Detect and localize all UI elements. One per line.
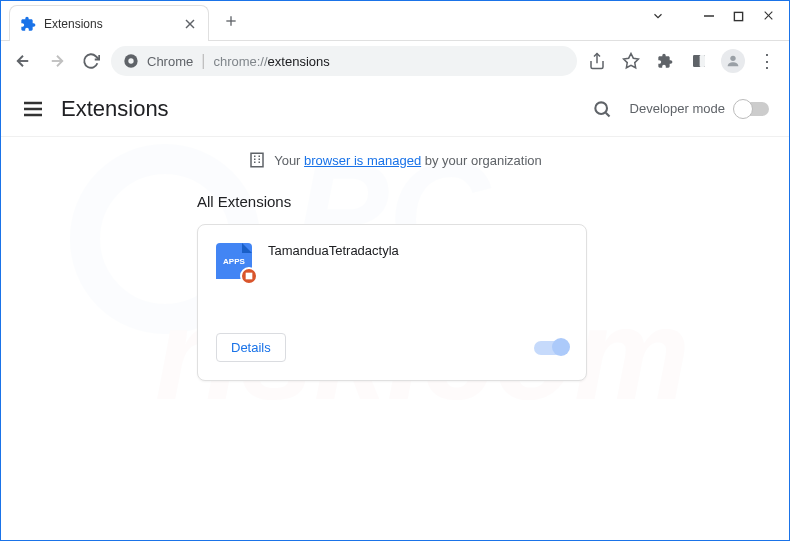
bookmark-icon[interactable] <box>617 47 645 75</box>
extensions-icon[interactable] <box>651 47 679 75</box>
developer-mode-label: Developer mode <box>630 101 725 116</box>
svg-rect-9 <box>734 12 742 20</box>
address-bar[interactable]: Chrome | chrome://extensions <box>111 46 577 76</box>
window-controls <box>637 1 789 33</box>
extension-icon <box>20 16 36 32</box>
banner-text: Your browser is managed by your organiza… <box>274 153 542 168</box>
address-url: chrome://extensions <box>213 52 329 70</box>
browser-toolbar: Chrome | chrome://extensions ⋮ <box>1 41 789 81</box>
maximize-button[interactable] <box>733 9 744 25</box>
forward-button[interactable] <box>43 47 71 75</box>
hamburger-icon[interactable] <box>21 97 45 121</box>
svg-line-25 <box>605 112 609 116</box>
extension-app-icon: APPS <box>216 243 252 279</box>
sidepanel-icon[interactable] <box>685 47 713 75</box>
close-window-button[interactable] <box>762 9 775 25</box>
svg-point-15 <box>128 58 133 63</box>
search-icon[interactable] <box>584 91 620 127</box>
reload-button[interactable] <box>77 47 105 75</box>
new-tab-button[interactable] <box>217 7 245 35</box>
extension-card: APPS TamanduaTetradactyla Details <box>197 224 587 381</box>
chrome-icon <box>123 53 139 69</box>
back-button[interactable] <box>9 47 37 75</box>
page-header: Extensions Developer mode <box>1 81 789 137</box>
svg-point-24 <box>595 102 607 114</box>
svg-rect-19 <box>700 55 705 67</box>
chevron-down-icon[interactable] <box>651 9 665 26</box>
address-prefix: Chrome <box>147 54 193 69</box>
extension-name: TamanduaTetradactyla <box>268 243 399 258</box>
page-title: Extensions <box>61 96 584 122</box>
svg-marker-17 <box>624 54 639 68</box>
managed-banner: Your browser is managed by your organiza… <box>1 137 789 183</box>
share-icon[interactable] <box>583 47 611 75</box>
section-title: All Extensions <box>197 193 789 210</box>
close-icon[interactable] <box>182 16 198 32</box>
minimize-button[interactable] <box>703 9 715 25</box>
svg-rect-26 <box>251 153 263 167</box>
building-icon <box>248 151 266 169</box>
window-titlebar: Extensions <box>1 1 789 41</box>
profile-avatar[interactable] <box>719 47 747 75</box>
managed-link[interactable]: browser is managed <box>304 153 421 168</box>
details-button[interactable]: Details <box>216 333 286 362</box>
developer-mode-toggle[interactable] <box>735 102 769 116</box>
tab-title: Extensions <box>44 17 182 31</box>
managed-badge-icon <box>240 267 258 285</box>
browser-tab[interactable]: Extensions <box>9 5 209 41</box>
content-area: All Extensions APPS TamanduaTetradactyla… <box>1 183 789 381</box>
address-separator: | <box>201 52 205 70</box>
svg-point-20 <box>730 56 735 61</box>
extension-toggle[interactable] <box>534 341 568 355</box>
menu-button[interactable]: ⋮ <box>753 47 781 75</box>
